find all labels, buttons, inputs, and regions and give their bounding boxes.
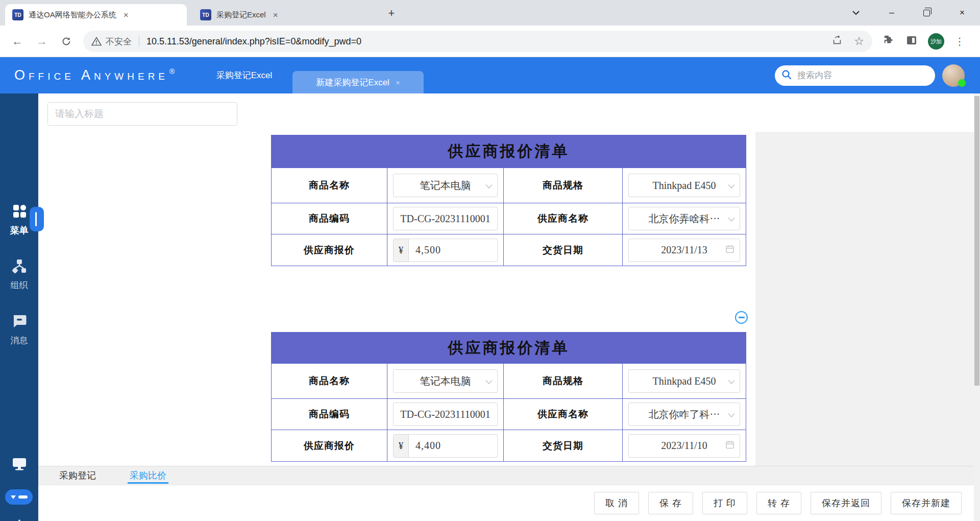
product-spec-select[interactable]: Thinkpad E450 (628, 369, 740, 393)
field-label: 商品规格 (543, 374, 583, 388)
remove-table-button[interactable] (735, 311, 748, 324)
field-label: 商品名称 (309, 179, 350, 192)
table-title: 供应商报价清单 (272, 333, 746, 363)
td-favicon: TD (12, 9, 23, 20)
select-value: 北京你弄啥科··· (649, 212, 720, 226)
supplier-name-select[interactable]: 北京你咋了科··· (628, 402, 740, 426)
app-tab-purchase-excel[interactable]: 采购登记Excel (210, 57, 279, 93)
app-tab-new-purchase-excel[interactable]: 新建采购登记Excel × (292, 71, 424, 93)
supplier-name-select[interactable]: 北京你弄啥科··· (628, 207, 740, 230)
save-and-new-button[interactable]: 保存并新建 (891, 492, 962, 514)
quote-price-input[interactable]: ¥4,500 (393, 239, 498, 262)
input-value: 4,500 (409, 244, 441, 256)
field-label: 交货日期 (543, 244, 583, 257)
field-label: 商品名称 (309, 374, 350, 388)
browser-tab-oa[interactable]: TD 通达OA网络智能办公系统 × (5, 4, 187, 26)
transfer-save-button[interactable]: 转 存 (756, 492, 801, 514)
share-icon[interactable] (831, 35, 843, 48)
collapse-pill-button[interactable] (5, 489, 33, 505)
restore-button[interactable] (915, 0, 938, 26)
select-value: Thinkpad E450 (653, 375, 716, 387)
cancel-button[interactable]: 取 消 (594, 492, 639, 514)
sheet-tab-bar: 采购登记 采购比价 (38, 466, 974, 485)
field-label: 供应商名称 (537, 212, 589, 225)
url-text: 10.5.11.53/general/index.php?isIE=0&modi… (146, 36, 361, 47)
new-tab-button[interactable]: + (384, 6, 399, 21)
input-value: 4,400 (409, 440, 441, 452)
print-button[interactable]: 打 印 (702, 492, 747, 514)
minimize-button[interactable]: – (880, 0, 903, 26)
browser-menu-dots-icon[interactable]: ⋮ (954, 35, 965, 48)
tab-search-chevron-icon[interactable] (844, 0, 868, 26)
search-input[interactable] (797, 70, 915, 81)
tab-close-icon[interactable]: × (124, 11, 129, 19)
sidebar-item-org[interactable]: 组织 (0, 258, 38, 291)
app-tab-close-icon[interactable]: × (396, 78, 400, 87)
grid-menu-icon (11, 212, 28, 221)
global-search[interactable] (775, 65, 935, 86)
user-avatar[interactable] (942, 64, 965, 87)
field-label: 商品编码 (309, 408, 350, 421)
reload-icon[interactable] (58, 33, 75, 50)
product-name-select[interactable]: 笔记本电脑 (393, 174, 498, 197)
title-input[interactable] (47, 102, 237, 126)
browser-tab-title: 采购登记Excel (216, 10, 266, 20)
delivery-date-picker[interactable]: 2023/11/10 (628, 434, 740, 458)
sidebar-item-messages[interactable]: 消息 (0, 313, 38, 346)
scrollbar-thumb[interactable] (974, 96, 979, 386)
product-code-input[interactable]: TD-CG-20231110001 (393, 402, 498, 426)
sheet-tab-purchase-register[interactable]: 采购登记 (59, 466, 96, 485)
field-label: 供应商名称 (537, 408, 589, 421)
side-panel-icon[interactable] (905, 34, 918, 49)
select-value: 笔记本电脑 (420, 179, 471, 193)
bookmark-star-icon[interactable]: ☆ (854, 35, 864, 48)
product-code-input[interactable]: TD-CG-20231110001 (393, 207, 498, 230)
field-label: 商品编码 (309, 212, 350, 225)
forward-icon[interactable]: → (34, 33, 50, 50)
chevron-down-icon (728, 180, 735, 192)
field-label: 交货日期 (543, 439, 583, 453)
product-spec-select[interactable]: Thinkpad E450 (628, 174, 740, 197)
bar-icon (18, 495, 28, 499)
save-and-return-button[interactable]: 保存并返回 (811, 492, 881, 514)
field-label: 商品规格 (543, 179, 583, 192)
browser-tab-bar: TD 通达OA网络智能办公系统 × TD 采购登记Excel × + – × (0, 0, 980, 26)
chat-bubble-icon (11, 322, 28, 331)
extensions-puzzle-icon[interactable] (883, 34, 895, 49)
app-header: Office Anywhere® 采购登记Excel 新建采购登记Excel × (0, 57, 980, 93)
sheet-tab-purchase-compare[interactable]: 采购比价 (130, 466, 166, 485)
browser-tab-purchase[interactable]: TD 采购登记Excel × (193, 4, 366, 26)
supplier-quote-table-2: 供应商报价清单 商品名称 笔记本电脑 商品规格 Thinkpad E450 商品… (271, 332, 746, 462)
select-value: 笔记本电脑 (420, 374, 471, 388)
chevron-down-icon (485, 375, 493, 387)
not-secure-warning-icon (91, 37, 102, 46)
chevron-down-icon (728, 375, 735, 387)
date-value: 2023/11/10 (661, 440, 707, 452)
url-bar[interactable]: 不安全 10.5.11.53/general/index.php?isIE=0&… (83, 31, 872, 52)
calendar-icon (725, 244, 734, 256)
scrollbar-track[interactable] (974, 93, 980, 521)
tab-close-icon[interactable]: × (273, 11, 278, 19)
chevron-down-icon (485, 180, 493, 192)
supplier-quote-table-1: 供应商报价清单 商品名称 笔记本电脑 商品规格 Thinkpad E450 商品… (271, 135, 746, 266)
browser-address-bar: ← → 不安全 10.5.11.53/general/index.php?isI… (0, 26, 980, 57)
input-value: TD-CG-20231110001 (400, 409, 490, 420)
currency-prefix: ¥ (394, 435, 409, 457)
back-icon[interactable]: ← (9, 33, 26, 50)
quote-price-input[interactable]: ¥4,400 (393, 434, 498, 458)
monitor-icon[interactable] (0, 457, 38, 471)
app-tab-label: 新建采购登记Excel (316, 77, 389, 88)
registered-mark: ® (169, 67, 175, 76)
save-button[interactable]: 保 存 (648, 492, 693, 514)
browser-profile-avatar[interactable]: 沙加 (928, 33, 944, 50)
panel-handle[interactable] (30, 207, 44, 231)
delivery-date-picker[interactable]: 2023/11/13 (628, 239, 740, 262)
action-button-bar: 取 消 保 存 打 印 转 存 保存并返回 保存并新建 (38, 485, 974, 521)
triangle-icon (11, 495, 16, 499)
calendar-icon (725, 440, 734, 452)
url-separator (139, 36, 139, 47)
screen: TD 通达OA网络智能办公系统 × TD 采购登记Excel × + – × ←… (0, 0, 980, 521)
close-window-button[interactable]: × (950, 0, 974, 26)
product-name-select[interactable]: 笔记本电脑 (393, 369, 498, 393)
field-label: 供应商报价 (304, 244, 355, 257)
